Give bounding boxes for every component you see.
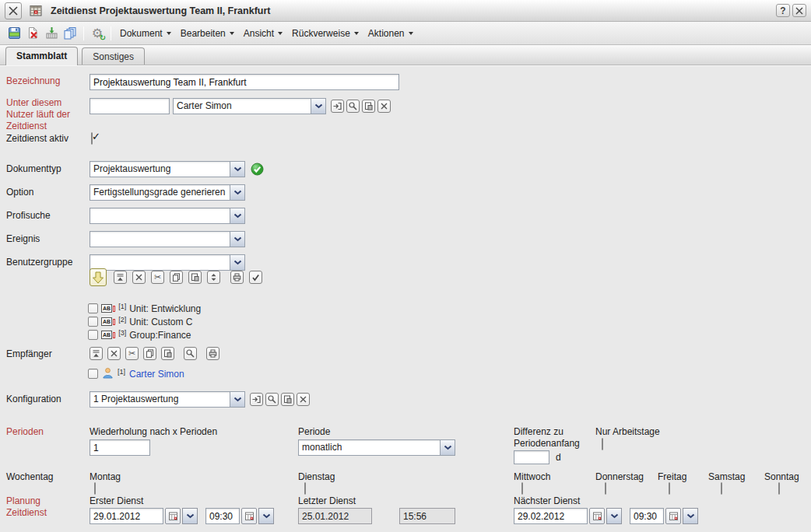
menu-bearbeiten[interactable]: Bearbeiten (176, 26, 239, 41)
chevron-down-icon[interactable] (230, 255, 244, 270)
tab-stammblatt[interactable]: Stammblatt (5, 47, 78, 65)
close-button[interactable] (792, 4, 806, 17)
naechster-dienst-date-input[interactable] (514, 508, 588, 524)
checkin-button[interactable] (42, 24, 61, 43)
copy-icon[interactable] (143, 347, 156, 360)
clear-icon[interactable] (377, 100, 391, 113)
menu-rueckverweise[interactable]: Rückverweise (287, 26, 363, 41)
periode-label: Periode (298, 426, 330, 438)
cut-icon[interactable]: ✂ (151, 271, 164, 284)
chevron-down-icon[interactable] (230, 162, 244, 177)
ereignis-select[interactable] (90, 231, 245, 247)
chevron-down-icon (354, 32, 359, 35)
menu-aktionen[interactable]: Aktionen (363, 26, 418, 41)
move-top-icon[interactable] (90, 347, 103, 360)
day-checkbox-samstag[interactable] (721, 482, 722, 495)
letzter-dienst-time-readonly (399, 508, 455, 524)
calendar-icon[interactable] (665, 508, 681, 524)
copy-pages-icon (63, 26, 77, 40)
nutzer-filter-input[interactable] (90, 98, 170, 114)
paste-icon[interactable] (362, 100, 375, 113)
day-checkbox-dienstag[interactable] (304, 482, 306, 495)
paste-icon[interactable] (281, 393, 294, 406)
day-checkbox-montag[interactable] (94, 482, 96, 495)
delete-icon[interactable] (107, 347, 121, 360)
day-checkbox-sonntag[interactable] (778, 482, 780, 495)
window-title: Zeitdienst Projektauswertung Team II, Fr… (51, 5, 270, 16)
chevron-down-icon[interactable] (311, 99, 325, 114)
calendar-icon[interactable] (589, 508, 605, 524)
window-close-button[interactable] (5, 2, 22, 19)
save-button[interactable] (5, 24, 23, 43)
erster-dienst-date-input[interactable] (90, 508, 163, 524)
nur-arbeitstage-checkbox[interactable] (602, 438, 603, 450)
chevron-down-icon[interactable] (230, 232, 244, 247)
chevron-down-icon[interactable] (230, 208, 244, 223)
periode-select[interactable]: monatlich (298, 439, 455, 456)
calendar-icon[interactable] (241, 508, 257, 524)
profisuche-select[interactable] (90, 208, 245, 224)
bezeichnung-input[interactable] (90, 74, 399, 90)
delete-icon[interactable] (132, 271, 146, 284)
goto-icon[interactable] (250, 393, 263, 406)
chevron-down-icon[interactable] (683, 508, 698, 524)
chevron-down-icon[interactable] (606, 508, 622, 524)
benutzergruppe-select[interactable] (90, 254, 245, 271)
day-checkbox-donnerstag[interactable] (605, 482, 606, 495)
option-select[interactable]: Fertigstellungsgrade generieren (90, 184, 245, 201)
day-checkbox-mittwoch[interactable] (521, 482, 523, 495)
empfaenger-item: [1] Carter Simon (88, 368, 184, 380)
goto-icon[interactable] (331, 100, 344, 113)
naechster-dienst-time-input[interactable] (630, 508, 664, 524)
item-checkbox[interactable] (88, 303, 98, 313)
toolbar: ⚙↻ Dokument Bearbeiten Ansicht Rückverwe… (0, 22, 811, 45)
dokumenttyp-select[interactable]: Projektauswertung (90, 161, 245, 177)
konfiguration-select[interactable]: 1 Projektauswertung (90, 391, 245, 408)
print-icon[interactable] (206, 347, 219, 360)
item-checkbox[interactable] (88, 369, 98, 379)
chevron-down-icon (230, 32, 234, 35)
add-down-arrow-button[interactable] (90, 268, 107, 286)
erster-dienst-datetime (90, 508, 274, 524)
search-icon[interactable] (346, 100, 360, 113)
copy-pages-button[interactable] (61, 24, 79, 43)
nutzer-select[interactable]: Carter Simon (173, 98, 326, 114)
chevron-down-icon[interactable] (440, 440, 455, 455)
cut-icon[interactable]: ✂ (125, 347, 139, 360)
delete-document-button[interactable] (23, 24, 42, 43)
print-icon[interactable] (230, 271, 244, 284)
chevron-down-icon[interactable] (230, 392, 244, 407)
zeitdienst-aktiv-checkbox[interactable] (91, 132, 93, 145)
paste-icon[interactable] (188, 271, 202, 284)
clear-icon[interactable] (297, 393, 310, 406)
menu-dokument[interactable]: Dokument (115, 26, 176, 41)
empfaenger-person-link[interactable]: Carter Simon (129, 369, 184, 380)
valid-check-icon (251, 163, 264, 178)
chevron-down-icon[interactable] (258, 508, 274, 524)
item-checkbox[interactable] (88, 317, 98, 327)
tab-sonstiges[interactable]: Sonstiges (82, 47, 145, 65)
item-label: Unit: Custom C (129, 317, 192, 327)
wiederholung-input[interactable] (90, 439, 150, 456)
differenz-input[interactable] (514, 450, 549, 464)
help-button[interactable]: ? (776, 4, 790, 17)
chevron-down-icon[interactable] (182, 508, 198, 524)
search-icon[interactable] (265, 393, 279, 406)
confirm-check-icon[interactable] (249, 271, 262, 284)
menu-ansicht[interactable]: Ansicht (239, 26, 287, 41)
naechster-dienst-label: Nächster Dienst (514, 495, 580, 507)
paste-icon[interactable] (161, 347, 174, 360)
konfiguration-label: Konfiguration (6, 394, 61, 405)
day-checkbox-freitag[interactable] (669, 482, 670, 495)
copy-icon[interactable] (170, 271, 183, 284)
erster-dienst-time-input[interactable] (205, 508, 240, 524)
chevron-down-icon[interactable] (230, 185, 244, 200)
day-label-freitag: Freitag (658, 471, 686, 483)
move-top-icon[interactable] (114, 271, 127, 284)
chevron-down-icon (167, 32, 171, 35)
item-checkbox[interactable] (88, 330, 98, 340)
sort-icon[interactable] (207, 271, 220, 284)
search-icon[interactable] (184, 347, 197, 360)
calendar-icon[interactable] (165, 508, 181, 524)
process-button[interactable]: ⚙↻ (88, 24, 107, 43)
